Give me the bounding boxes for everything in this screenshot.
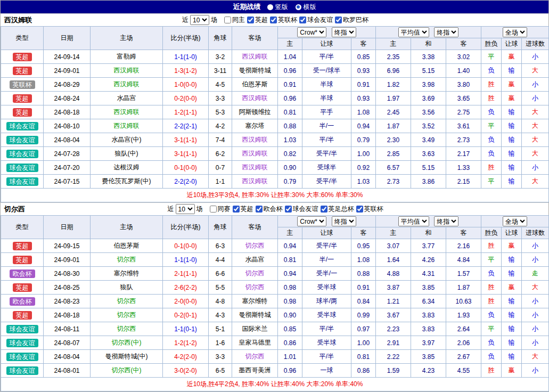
asian-away-odds: 1.03 <box>351 175 376 189</box>
league-cell: 英超 <box>1 308 44 322</box>
euro-away-odds: 2.73 <box>446 133 481 147</box>
home-team: 西汉姆联 <box>91 78 163 92</box>
asian-odds-header: Crow* 终指 <box>278 27 376 38</box>
result-handicap: 赢 <box>502 78 522 92</box>
asian-stage-select[interactable]: 终指 <box>332 216 356 226</box>
match-date: 24-08-18 <box>44 105 91 119</box>
result-outcome: 胜 <box>481 281 502 295</box>
home-team: 西汉姆联 <box>91 64 163 78</box>
league-badge: 英超 <box>13 53 32 61</box>
league-filter-checkbox-input[interactable] <box>356 206 363 213</box>
col-header-corner: 角球 <box>209 27 232 50</box>
league-filter-checkbox[interactable]: 英联杯 <box>269 15 297 24</box>
asian-away-odds: 1.00 <box>351 147 376 161</box>
bookmaker-select[interactable]: Crow* <box>297 216 326 226</box>
league-filter-checkbox[interactable]: 球会友谊 <box>284 205 318 214</box>
euro-stage-select[interactable]: 终指 <box>434 216 458 226</box>
col-header-away: 客场 <box>232 27 278 50</box>
league-filter-checkbox[interactable]: 英联杯 <box>355 205 383 214</box>
euro-source-select[interactable]: 平均值 <box>398 27 429 37</box>
league-filter-checkbox[interactable]: 英超 <box>246 15 268 24</box>
match-row: 英超24-08-18切尔西0-2(0-1)4-3曼彻斯特城0.90受半球0.99… <box>1 308 549 322</box>
result-outcome: 平 <box>481 50 502 64</box>
checkbox-label: 球会友谊 <box>293 205 318 214</box>
euro-away-odds: 4.55 <box>446 364 481 378</box>
asian-handicap-line: 受平/半 <box>302 175 351 189</box>
result-outcome: 负 <box>481 64 502 78</box>
league-filter-checkbox[interactable]: 欧会杯 <box>255 205 283 214</box>
filter-row: 切尔西 近 10 场 同赛英超欧会杯球会友谊英足总杯英联杯 <box>1 203 548 215</box>
scope-select[interactable]: 全场 <box>503 27 527 37</box>
filter-checkboxes: 同主英超英联杯球会友谊欧罗巴杯 <box>222 15 368 24</box>
result-goals: 小 <box>522 92 549 105</box>
match-score: 4-2(2-0) <box>163 350 209 364</box>
league-filter-checkbox[interactable]: 英足总杯 <box>319 205 354 214</box>
league-filter-checkbox-input[interactable] <box>256 206 263 213</box>
layout-radio-vertical[interactable]: 竖版 <box>267 3 288 12</box>
euro-away-odds: 2.06 <box>446 336 481 350</box>
league-cell: 英超 <box>1 281 44 295</box>
euro-home-odds: 1.59 <box>376 364 411 378</box>
league-filter-checkbox[interactable]: 欧罗巴杯 <box>334 15 368 24</box>
sub-header-euro-draw: 和 <box>411 227 446 239</box>
home-team: 狼队 <box>91 281 163 295</box>
asian-stage-select[interactable]: 终指 <box>332 27 356 37</box>
match-count-select[interactable]: 10 <box>190 15 209 25</box>
match-score: 2-0(0-0) <box>163 295 209 308</box>
euro-away-odds: 1.93 <box>446 308 481 322</box>
euro-away-odds: 2.75 <box>446 105 481 119</box>
asian-away-odds: 0.99 <box>351 308 376 322</box>
league-cell: 球会友谊 <box>1 119 44 133</box>
scope-select[interactable]: 全场 <box>503 216 527 226</box>
match-date: 24-09-14 <box>44 50 91 64</box>
euro-draw-odds: 3.83 <box>411 308 446 322</box>
match-date: 24-08-24 <box>44 92 91 105</box>
match-score: 0-1(0-0) <box>163 239 209 253</box>
euro-source-select[interactable]: 平均值 <box>398 216 429 226</box>
asian-handicap-line: 受平/半 <box>302 147 351 161</box>
league-filter-checkbox[interactable]: 球会友谊 <box>298 15 333 24</box>
league-filter-checkbox[interactable]: 英超 <box>232 205 253 214</box>
match-count-select[interactable]: 10 <box>176 204 195 214</box>
same-venue-checkbox-input[interactable] <box>224 17 231 23</box>
league-badge: 英超 <box>13 311 32 320</box>
layout-radio-horizontal[interactable]: 横版 <box>296 3 316 12</box>
league-badge: 英超 <box>13 283 32 292</box>
same-venue-checkbox[interactable]: 同主 <box>223 15 245 24</box>
league-filter-checkbox-input[interactable] <box>270 17 277 23</box>
match-date: 24-09-01 <box>44 253 91 267</box>
asian-home-odds: 0.81 <box>278 253 302 267</box>
same-competition-checkbox-input[interactable] <box>210 206 217 213</box>
asian-handicap-line: 平/半 <box>302 350 351 364</box>
euro-stage-select[interactable]: 终指 <box>434 27 458 37</box>
asian-home-odds: 0.96 <box>278 92 302 105</box>
league-cell: 球会友谊 <box>1 364 44 378</box>
games-label: 场 <box>211 15 217 24</box>
asian-home-odds: 1.04 <box>278 50 302 64</box>
same-competition-checkbox[interactable]: 同赛 <box>209 205 231 214</box>
match-score: 1-2(1-1) <box>163 105 209 119</box>
asian-home-odds: 0.98 <box>278 295 302 308</box>
asian-handicap-line: 受一/球半 <box>302 64 351 78</box>
league-badge: 欧会杯 <box>10 270 35 278</box>
euro-home-odds: 2.30 <box>376 133 411 147</box>
bookmaker-select[interactable]: Crow* <box>297 27 326 37</box>
league-filter-checkbox-input[interactable] <box>335 17 342 23</box>
league-filter-checkbox-input[interactable] <box>299 17 306 23</box>
result-handicap: 输 <box>502 295 522 308</box>
league-filter-checkbox-input[interactable] <box>247 17 254 23</box>
result-goals: 大 <box>522 281 549 295</box>
league-filter-checkbox-input[interactable] <box>321 206 327 213</box>
corner-count: 6-2 <box>209 147 232 161</box>
euro-draw-odds: 3.98 <box>411 78 446 92</box>
euro-draw-odds: 3.97 <box>411 336 446 350</box>
league-filter-checkbox-input[interactable] <box>233 206 240 213</box>
league-cell: 球会友谊 <box>1 322 44 336</box>
away-team: 西汉姆联 <box>232 161 278 175</box>
result-handicap: 赢 <box>502 364 522 378</box>
match-row: 球会友谊24-08-10西汉姆联2-2(2-1)4-2塞尔塔0.88半/一0.9… <box>1 119 549 133</box>
league-filter-checkbox-input[interactable] <box>285 206 292 213</box>
league-badge: 英超 <box>13 67 32 75</box>
col-header-home: 主场 <box>91 216 163 239</box>
asian-home-odds: 0.96 <box>278 364 302 378</box>
